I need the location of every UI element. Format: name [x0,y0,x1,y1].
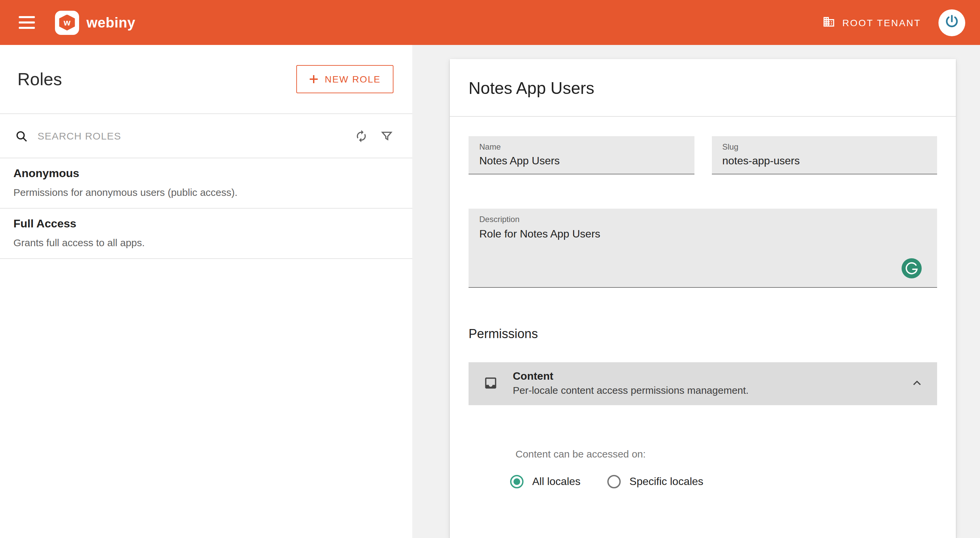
name-field[interactable]: Name [469,136,694,174]
chevron-up-icon[interactable] [906,372,928,394]
description-textarea[interactable]: Role for Notes App Users [479,228,926,275]
webiny-hexagon-icon: w [58,14,76,30]
search-icon [11,125,32,147]
name-slug-row: Name Slug [469,136,937,174]
topbar-right: ROOT TENANT [822,9,965,36]
plus-icon [309,75,318,84]
page-title: Roles [18,69,62,89]
radio-label: Specific locales [629,476,703,488]
filter-icon[interactable] [376,125,398,147]
power-icon [944,13,960,32]
topbar: w webiny ROOT TENANT [0,0,980,45]
roles-panel: Roles NEW ROLE [0,45,412,538]
role-description: Grants full access to all apps. [13,237,395,248]
name-input[interactable] [479,155,683,167]
roles-header: Roles NEW ROLE [0,45,412,114]
role-name: Anonymous [13,167,395,180]
tenant-selector[interactable]: ROOT TENANT [822,15,921,30]
radio-label: All locales [532,476,581,488]
inbox-icon [483,376,498,390]
radio-all-locales[interactable]: All locales [510,475,581,489]
slug-field[interactable]: Slug [711,136,937,174]
accordion-titles: Content Per-locale content access permis… [513,370,891,396]
search-input[interactable] [36,129,347,142]
menu-icon[interactable] [19,16,35,29]
brand-wordmark: webiny [86,14,135,30]
accordion-title: Content [513,370,891,382]
content-permissions-accordion: Content Per-locale content access permis… [469,362,937,538]
description-field[interactable]: Description Role for Notes App Users [469,209,937,288]
role-form-card: Notes App Users Name Slug Description Ro… [450,59,956,538]
radio-unselected-icon[interactable] [607,475,621,489]
new-role-button[interactable]: NEW ROLE [296,65,393,93]
role-name: Full Access [13,217,395,231]
accordion-body: Content can be accessed on: All locales … [469,405,937,538]
building-icon [822,15,835,30]
role-form-title: Notes App Users [450,59,956,116]
grammarly-badge-icon[interactable] [902,258,922,278]
role-description: Permissions for anonymous users (public … [13,187,395,198]
permissions-heading: Permissions [469,327,937,342]
locales-radio-group: All locales Specific locales [510,475,910,489]
list-item-anonymous[interactable]: Anonymous Permissions for anonymous user… [0,158,412,209]
title-divider [450,116,956,117]
slug-input[interactable] [722,155,926,167]
roles-search-bar [0,114,412,158]
name-field-label: Name [479,142,683,152]
refresh-icon[interactable] [351,125,372,147]
main-layout: Roles NEW ROLE [0,45,980,538]
radio-selected-icon[interactable] [510,475,523,489]
list-item-full-access[interactable]: Full Access Grants full access to all ap… [0,209,412,259]
description-field-label: Description [479,215,926,224]
webiny-admin-app: w webiny ROOT TENANT Roles [0,0,980,538]
webiny-logo-icon[interactable]: w [55,10,79,35]
locales-question: Content can be accessed on: [515,448,910,460]
new-role-label: NEW ROLE [325,74,381,85]
user-avatar[interactable] [939,9,965,36]
slug-field-label: Slug [722,142,926,152]
radio-specific-locales[interactable]: Specific locales [607,475,703,489]
tenant-label: ROOT TENANT [842,17,921,28]
accordion-subtitle: Per-locale content access permissions ma… [513,385,891,396]
accordion-header-content[interactable]: Content Per-locale content access permis… [469,362,937,405]
role-detail-panel: Notes App Users Name Slug Description Ro… [412,45,980,538]
